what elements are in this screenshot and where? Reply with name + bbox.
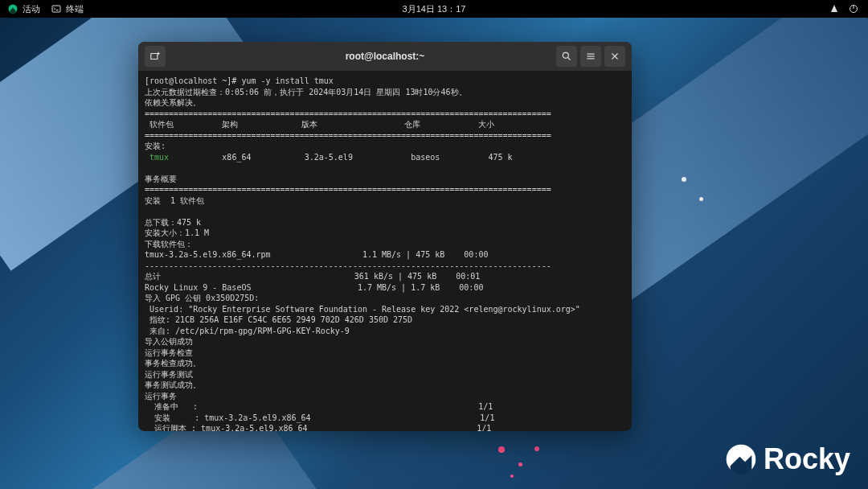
pkg-arch: x86_64 — [222, 153, 251, 162]
brand-text: Rocky — [764, 442, 850, 476]
thin-sep: ----------------------------------------… — [145, 261, 551, 270]
col-header: 软件包 — [145, 120, 174, 129]
power-icon[interactable] — [849, 4, 858, 14]
clock[interactable]: 3月14日 13：17 — [403, 3, 466, 15]
inst-line: 安装 : tmux-3.2a-5.el9.x86_64 1/1 — [145, 413, 494, 422]
menu-button[interactable] — [580, 46, 601, 67]
txn-test: 运行事务测试 — [145, 370, 193, 379]
current-app[interactable]: 终端 — [51, 3, 84, 15]
rocky-logo-icon — [8, 4, 18, 14]
divider: ========================================… — [145, 109, 551, 118]
txn-test-ok: 事务测试成功。 — [145, 380, 201, 389]
script-line: 运行脚本 : tmux-3.2a-5.el9.x86_64 1/1 — [145, 424, 491, 431]
summary-header: 事务概要 — [145, 175, 177, 183]
search-button[interactable] — [556, 46, 577, 67]
install-count: 安装 1 软件包 — [145, 196, 204, 205]
install-size: 安装大小：1.1 M — [145, 228, 209, 237]
prep-line: 准备中 : 1/1 — [145, 402, 493, 411]
fingerprint: 指纹: 21CB 256A E16F C54C 6E65 2949 702D 4… — [145, 315, 412, 324]
col-header: 架构 — [222, 120, 238, 129]
col-header: 仓库 — [404, 120, 420, 129]
repo-speed: Rocky Linux 9 - BaseOS 1.7 MB/s | 1.7 kB… — [145, 283, 483, 292]
window-titlebar[interactable]: root@localhost:~ — [138, 42, 632, 71]
activities-label: 活动 — [23, 3, 40, 15]
txn-run: 运行事务 — [145, 392, 177, 401]
terminal-output[interactable]: [root@localhost ~]# yum -y install tmux … — [138, 71, 632, 431]
terminal-window: root@localhost:~ [root@localhost ~]# yum… — [138, 42, 632, 431]
total-download: 总下载：475 k — [145, 218, 201, 227]
activities-button[interactable]: 活动 — [8, 3, 40, 15]
terminal-app-icon — [51, 4, 61, 14]
current-app-label: 终端 — [66, 3, 84, 15]
svg-point-5 — [563, 52, 568, 58]
installing-label: 安装: — [145, 142, 166, 150]
txn-check: 运行事务检查 — [145, 348, 193, 357]
col-header: 大小 — [478, 120, 494, 129]
download-line: tmux-3.2a-5.el9.x86_64.rpm 1.1 MB/s | 47… — [145, 250, 488, 259]
output-line: 上次元数据过期检查：0:05:06 前，执行于 2024年03月14日 星期四 … — [145, 88, 467, 97]
gnome-topbar: 活动 终端 3月14日 13：17 — [0, 0, 868, 18]
pkg-size: 475 k — [489, 153, 513, 162]
downloading: 下载软件包： — [145, 240, 193, 249]
gpg-from: 来自: /etc/pki/rpm-gpg/RPM-GPG-KEY-Rocky-9 — [145, 327, 350, 335]
command-text: yum -y install tmux — [241, 76, 333, 85]
pkg-name: tmux — [145, 153, 169, 162]
output-line: 依赖关系解决。 — [145, 98, 201, 107]
pkg-repo: baseos — [411, 153, 440, 162]
col-header: 版本 — [301, 120, 317, 129]
divider: ========================================… — [145, 131, 551, 140]
rocky-logo-icon — [725, 443, 757, 475]
svg-rect-4 — [151, 54, 158, 60]
svg-rect-1 — [52, 6, 60, 12]
txn-check-ok: 事务检查成功。 — [145, 359, 201, 368]
userid: Userid: "Rocky Enterprise Software Found… — [145, 305, 580, 314]
pkg-ver: 3.2a-5.el9 — [305, 153, 353, 162]
svg-line-6 — [568, 58, 571, 60]
close-button[interactable] — [604, 46, 625, 67]
prompt-line: [root@localhost ~]# — [145, 76, 241, 85]
divider: ========================================… — [145, 185, 551, 194]
window-title: root@localhost:~ — [346, 51, 425, 62]
new-tab-button[interactable] — [145, 46, 166, 67]
total-line: 总计 361 kB/s | 475 kB 00:01 — [145, 272, 480, 281]
key-ok: 导入公钥成功 — [145, 337, 193, 346]
network-icon[interactable] — [829, 4, 839, 14]
gpg-import: 导入 GPG 公钥 0x350D275D: — [145, 294, 259, 302]
rocky-brand: Rocky — [725, 442, 850, 476]
